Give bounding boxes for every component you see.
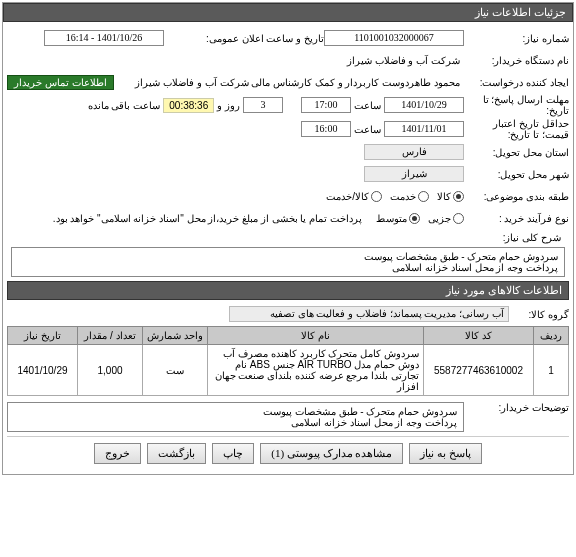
reply-date: 1401/10/29 <box>384 97 464 113</box>
proc-radio-group: جزیی متوسط <box>376 213 464 224</box>
buyer-label: نام دستگاه خریدار: <box>464 55 569 66</box>
class-opt-label-0: کالا <box>437 191 451 202</box>
reply-deadline-label: مهلت ارسال پاسخ؛ تا تاریخ: <box>464 94 569 116</box>
announce-value: 1401/10/26 - 16:14 <box>44 30 164 46</box>
proc-opt-medium[interactable]: متوسط <box>376 213 420 224</box>
table-header-row: ردیف کد کالا نام کالا واحد شمارش تعداد /… <box>8 327 569 345</box>
row-buyer: نام دستگاه خریدار: شرکت آب و فاضلاب شیرا… <box>7 50 569 70</box>
col-idx: ردیف <box>534 327 569 345</box>
reply-time: 17:00 <box>301 97 351 113</box>
items-table: ردیف کد کالا نام کالا واحد شمارش تعداد /… <box>7 326 569 396</box>
panel-title: جزئیات اطلاعات نیاز <box>3 3 573 22</box>
desc-line-1: سردوش حمام متحرک - طبق مشخصات پیوست <box>18 251 558 262</box>
buyer-notes-box: سردوش حمام متحرک - طبق مشخصات پیوست پردا… <box>7 402 464 432</box>
announce-label: تاریخ و ساعت اعلان عمومی: <box>164 33 324 44</box>
buyer-value: شرکت آب و فاضلاب شیراز <box>343 55 464 66</box>
proc-opt-small[interactable]: جزیی <box>428 213 464 224</box>
province-label: استان محل تحویل: <box>464 147 569 158</box>
back-button[interactable]: بازگشت <box>147 443 206 464</box>
row-city: شهر محل تحویل: شیراز <box>7 164 569 184</box>
row-group: گروه کالا: آب رسانی؛ مدیریت پسماند؛ فاضل… <box>7 304 569 324</box>
row-class: طبقه بندی موضوعی: کالا خدمت کالا/خدمت <box>7 186 569 206</box>
radio-icon <box>418 191 429 202</box>
col-code: کد کالا <box>424 327 534 345</box>
class-opt-label-1: خدمت <box>390 191 416 202</box>
row-province: استان محل تحویل: فارس <box>7 142 569 162</box>
items-section-header: اطلاعات کالاهای مورد نیاز <box>7 281 569 300</box>
valid-label: حداقل تاریخ اعتبار قیمت؛ تا تاریخ: <box>464 118 569 140</box>
city-value: شیراز <box>364 166 464 182</box>
button-row: پاسخ به نیاز مشاهده مدارک پیوستی (1) چاپ… <box>7 436 569 470</box>
panel-body: شماره نیاز: 1101001032000067 تاریخ و ساع… <box>3 22 573 474</box>
row-proc: نوع فرآیند خرید : جزیی متوسط پرداخت تمام… <box>7 208 569 228</box>
group-label: گروه کالا: <box>509 309 569 320</box>
proc-note: پرداخت تمام یا بخشی از مبلغ خرید،از محل … <box>49 213 366 224</box>
class-opt-kala[interactable]: کالا <box>437 191 464 202</box>
creator-value: محمود طاهردوست کاربردار و کمک کارشناس ما… <box>114 77 464 88</box>
buyer-contact-button[interactable]: اطلاعات تماس خریدار <box>7 75 114 90</box>
radio-icon <box>453 191 464 202</box>
radio-icon <box>453 213 464 224</box>
valid-time: 16:00 <box>301 121 351 137</box>
valid-date: 1401/11/01 <box>384 121 464 137</box>
exit-button[interactable]: خروج <box>94 443 141 464</box>
radio-icon <box>371 191 382 202</box>
row-buyer-notes: توضیحات خریدار: سردوش حمام متحرک - طبق م… <box>7 402 569 432</box>
col-qty: تعداد / مقدار <box>78 327 143 345</box>
time-word-2: ساعت <box>351 124 384 135</box>
cell-date: 1401/10/29 <box>8 345 78 396</box>
row-valid-date: حداقل تاریخ اعتبار قیمت؛ تا تاریخ: 1401/… <box>7 118 569 140</box>
class-opt-label-2: کالا/خدمت <box>326 191 369 202</box>
city-label: شهر محل تحویل: <box>464 169 569 180</box>
creator-label: ایجاد کننده درخواست: <box>464 77 569 88</box>
buyer-notes-line-2: پرداخت وجه از محل اسناد خزانه اسلامی <box>14 417 457 428</box>
desc-label: شرح کلی نیاز: <box>7 230 569 245</box>
need-no-label: شماره نیاز: <box>464 33 569 44</box>
col-name: نام کالا <box>208 327 424 345</box>
proc-opt-label-0: جزیی <box>428 213 451 224</box>
remain-days: 3 <box>243 97 283 113</box>
need-details-panel: جزئیات اطلاعات نیاز شماره نیاز: 11010010… <box>2 2 574 475</box>
view-attachments-button[interactable]: مشاهده مدارک پیوستی (1) <box>260 443 403 464</box>
need-no-value: 1101001032000067 <box>324 30 464 46</box>
radio-icon <box>409 213 420 224</box>
remain-suffix: ساعت باقی مانده <box>85 100 164 111</box>
class-radio-group: کالا خدمت کالا/خدمت <box>326 191 464 202</box>
row-need-no: شماره نیاز: 1101001032000067 تاریخ و ساع… <box>7 28 569 48</box>
need-description: سردوش حمام متحرک - طبق مشخصات پیوست پردا… <box>11 247 565 277</box>
desc-line-2: پرداخت وجه از محل اسناد خزانه اسلامی <box>18 262 558 273</box>
proc-opt-label-1: متوسط <box>376 213 407 224</box>
remain-days-word: روز و <box>214 100 243 111</box>
cell-qty: 1,000 <box>78 345 143 396</box>
buyer-notes-line-1: سردوش حمام متحرک - طبق مشخصات پیوست <box>14 406 457 417</box>
group-value: آب رسانی؛ مدیریت پسماند؛ فاضلاب و فعالیت… <box>229 306 509 322</box>
print-button[interactable]: چاپ <box>212 443 254 464</box>
province-value: فارس <box>364 144 464 160</box>
countdown-timer: 00:38:36 <box>163 98 214 113</box>
cell-idx: 1 <box>534 345 569 396</box>
cell-name: سردوش کامل متحرک کاربرد کاهنده مصرف آب د… <box>208 345 424 396</box>
time-word-1: ساعت <box>351 100 384 111</box>
class-opt-khedmat[interactable]: خدمت <box>390 191 429 202</box>
table-row[interactable]: 1 5587277463610002 سردوش کامل متحرک کارب… <box>8 345 569 396</box>
row-reply-deadline: مهلت ارسال پاسخ؛ تا تاریخ: 1401/10/29 سا… <box>7 94 569 116</box>
row-creator: ایجاد کننده درخواست: محمود طاهردوست کارب… <box>7 72 569 92</box>
col-unit: واحد شمارش <box>143 327 208 345</box>
reply-button[interactable]: پاسخ به نیاز <box>409 443 482 464</box>
buyer-notes-label: توضیحات خریدار: <box>464 402 569 413</box>
col-date: تاریخ نیاز <box>8 327 78 345</box>
class-label: طبقه بندی موضوعی: <box>464 191 569 202</box>
cell-unit: ست <box>143 345 208 396</box>
cell-code: 5587277463610002 <box>424 345 534 396</box>
class-opt-both[interactable]: کالا/خدمت <box>326 191 382 202</box>
proc-label: نوع فرآیند خرید : <box>464 213 569 224</box>
